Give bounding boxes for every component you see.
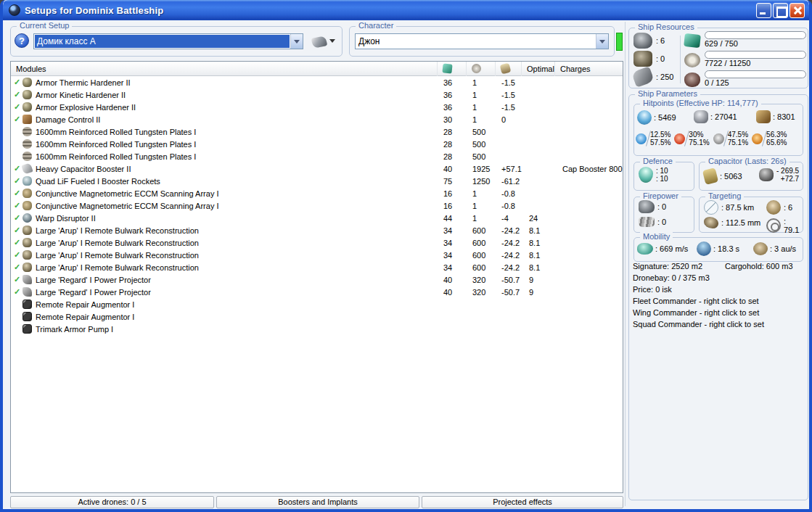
module-row[interactable]: 1600mm Reinforced Rolled Tungsten Plates… <box>11 150 623 162</box>
module-icon-cell <box>22 102 36 112</box>
module-row[interactable]: 1600mm Reinforced Rolled Tungsten Plates… <box>11 125 623 138</box>
thermal-resist-icon <box>674 133 685 144</box>
column-header-cpu[interactable] <box>438 62 467 76</box>
align-time-icon <box>697 241 711 256</box>
module-cpu-value: 34 <box>438 239 467 247</box>
active-drones-button[interactable]: Active drones: 0 / 5 <box>10 496 214 508</box>
close-button[interactable] <box>790 3 805 18</box>
help-button[interactable]: ? <box>15 33 29 48</box>
column-header-capacitor[interactable] <box>496 62 522 76</box>
module-cpu-value: 36 <box>438 78 467 87</box>
module-row[interactable]: ✓Armor Explosive Hardener II361-1.5 <box>11 101 623 113</box>
module-name: 1600mm Reinforced Rolled Tungsten Plates… <box>36 152 438 161</box>
module-row[interactable]: Remote Repair Augmentor I <box>11 310 623 323</box>
eccm-array-icon <box>22 189 32 198</box>
module-cpu-value: 28 <box>438 128 467 136</box>
module-capacitor-value: -24.2 <box>496 251 522 260</box>
module-powergrid-value: 500 <box>467 140 496 149</box>
module-name: Remote Repair Augmentor I <box>36 313 438 321</box>
scan-resolution-value: : 112.5 mm <box>721 218 760 227</box>
module-name: Large 'Arup' I Remote Bulwark Reconstruc… <box>36 239 438 247</box>
powergrid-column-icon <box>472 64 481 73</box>
turret-dps-value: : 0 <box>657 202 666 211</box>
module-row[interactable]: ✓Conjunctive Magnetometric ECCM Scanning… <box>11 187 623 199</box>
turret-hardpoints-value: : 6 <box>656 36 665 45</box>
module-row[interactable]: 1600mm Reinforced Rolled Tungsten Plates… <box>11 138 623 150</box>
column-header-modules[interactable]: Modules <box>11 62 438 76</box>
module-name: Armor Explosive Hardener II <box>36 103 438 112</box>
module-row[interactable]: ✓Armor Thermic Hardener II361-1.5 <box>11 76 623 88</box>
module-row[interactable]: ✓Large 'Regard' I Power Projector40320-5… <box>11 273 623 286</box>
cpu-column-icon <box>442 63 452 73</box>
setup-dropdown-button[interactable] <box>290 34 303 49</box>
module-row[interactable]: ✓Large 'Regard' I Power Projector40320-5… <box>11 286 623 298</box>
projected-effects-button[interactable]: Projected effects <box>422 496 623 508</box>
module-optimal-value: 8.1 <box>522 226 555 235</box>
minimize-button[interactable] <box>756 3 771 18</box>
module-row[interactable]: ✓Large 'Arup' I Remote Bulwark Reconstru… <box>11 236 623 249</box>
module-name: Large 'Arup' I Remote Bulwark Reconstruc… <box>36 263 438 272</box>
wing-commander-slot[interactable]: Wing Commander - right click to set <box>633 308 759 317</box>
module-row[interactable]: ✓Conjunctive Magnetometric ECCM Scanning… <box>11 199 623 212</box>
module-charge-value: Cap Booster 800 <box>555 165 623 173</box>
module-capacitor-value: -0.8 <box>496 202 522 210</box>
fleet-commander-slot[interactable]: Fleet Commander - right click to set <box>633 297 759 305</box>
module-row[interactable]: ✓Armor Kinetic Hardener II361-1.5 <box>11 88 623 101</box>
module-name: Damage Control II <box>36 115 438 124</box>
module-cpu-value: 16 <box>438 189 467 198</box>
setup-combobox[interactable]: Домик класс А <box>33 33 303 49</box>
setup-tools-button[interactable] <box>311 36 337 49</box>
character-combobox[interactable]: Джон <box>355 33 609 49</box>
character-dropdown-button[interactable] <box>596 34 608 49</box>
drone-bandwidth-bar <box>705 70 806 78</box>
module-icon-cell <box>22 127 36 136</box>
app-icon <box>9 4 20 16</box>
scan-resolution-icon <box>704 217 718 228</box>
sensor-strength-icon <box>766 218 781 233</box>
module-row[interactable]: ✓Quad LiF Fueled I Booster Rockets751250… <box>11 175 623 187</box>
defence-bottom-value: : 10 <box>656 175 668 183</box>
module-optimal-value: 8.1 <box>522 251 555 260</box>
module-row[interactable]: ✓Large 'Arup' I Remote Bulwark Reconstru… <box>11 224 623 236</box>
module-cpu-value: 34 <box>438 263 467 272</box>
module-row[interactable]: ✓Large 'Arup' I Remote Bulwark Reconstru… <box>11 261 623 273</box>
column-header-charges[interactable]: Charges <box>555 62 623 76</box>
structure-hp-value: : 8301 <box>773 112 795 121</box>
defence-shield-icon <box>639 167 653 183</box>
module-cpu-value: 28 <box>438 152 467 161</box>
module-row[interactable]: ✓Warp Disruptor II441-424 <box>11 212 623 224</box>
ship-resources-label: Ship Resources <box>635 22 697 31</box>
module-row[interactable]: ✓Damage Control II3010 <box>11 113 623 125</box>
module-icon-cell <box>22 90 36 99</box>
module-row[interactable]: ✓Large 'Arup' I Remote Bulwark Reconstru… <box>11 249 623 261</box>
squad-commander-slot[interactable]: Squad Commander - right click to set <box>633 320 764 329</box>
max-targets-value: : 6 <box>784 203 792 212</box>
module-cpu-value: 28 <box>438 140 467 149</box>
fitted-check-icon: ✓ <box>11 226 22 235</box>
module-capacitor-value: -0.8 <box>496 189 522 198</box>
warp-speed-icon <box>753 242 768 255</box>
character-selected-value: Джон <box>356 34 596 49</box>
column-header-optimal[interactable]: Optimal <box>522 62 555 76</box>
module-powergrid-value: 1 <box>467 91 496 99</box>
em-resist-icon <box>636 133 647 144</box>
module-row[interactable]: Remote Repair Augmentor I <box>11 298 623 310</box>
calibration-icon <box>631 66 655 88</box>
module-icon-cell <box>22 176 36 186</box>
armor-hp-icon <box>694 110 708 123</box>
modules-table: Modules Optimal Charges ✓Armor Thermic H… <box>10 61 623 493</box>
titlebar: Setups for Dominix Battleship <box>3 0 809 20</box>
module-row[interactable]: ✓Heavy Capacitor Booster II401925+57.1Ca… <box>11 162 623 175</box>
boosters-implants-button[interactable]: Boosters and Implants <box>216 496 419 508</box>
kinetic-resist-armor: 75.1% <box>728 139 748 146</box>
modules-table-header: Modules Optimal Charges <box>11 62 623 76</box>
capacitor-in-value: +72.7 <box>776 175 799 183</box>
module-row[interactable]: Trimark Armor Pump I <box>11 323 623 335</box>
powergrid-icon <box>684 53 700 67</box>
capacitor-group: Capacitor (Lasts: 26s) : 5063 - 269.5 +7… <box>699 162 803 191</box>
column-header-powergrid[interactable] <box>467 62 496 76</box>
powergrid-value: 7722 / 11250 <box>705 59 806 67</box>
module-name: Large 'Regard' I Power Projector <box>36 276 438 284</box>
rig-icon <box>22 300 32 309</box>
maximize-button[interactable] <box>773 3 788 18</box>
